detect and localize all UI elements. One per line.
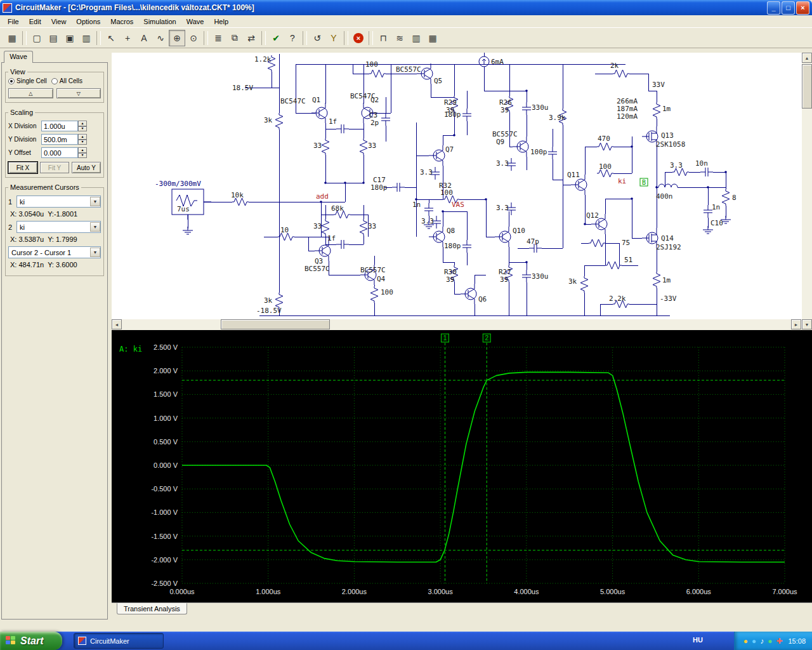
chevron-down-icon[interactable]: ▼: [90, 197, 100, 206]
schematic-canvas[interactable]: B1.2k6mA18.5V100BC557CQ5BC547CBC547CQ1Q2…: [112, 53, 801, 319]
menu-edit[interactable]: Edit: [24, 17, 46, 27]
scroll-down-button[interactable]: ▼: [802, 319, 812, 329]
scroll-left-button[interactable]: ◄: [112, 319, 122, 329]
new-file-icon[interactable]: ▢: [29, 30, 45, 46]
cursor2-signal-select[interactable]: ki ▼: [16, 221, 101, 233]
schematic-label: 330u: [532, 103, 549, 112]
tab-transient-analysis[interactable]: Transient Analysis: [117, 603, 187, 614]
y-division-spin-up[interactable]: ▴: [78, 134, 87, 140]
waveform-area[interactable]: 2.500 V2.000 V1.500 V1.000 V0.500 V0.000…: [112, 330, 812, 602]
x-division-input[interactable]: [41, 121, 78, 131]
scroll-right-button[interactable]: ►: [791, 319, 801, 329]
update-icon[interactable]: ●: [743, 637, 748, 645]
split-wave-icon[interactable]: ▥: [408, 30, 424, 46]
open-file-icon[interactable]: ▤: [45, 30, 62, 46]
cursor-diff-select[interactable]: Cursor 2 - Cursor 1 ▼: [8, 246, 101, 258]
vscroll-thumb[interactable]: [802, 64, 812, 109]
multi-page-icon[interactable]: ⧉: [226, 30, 243, 46]
cursor2-signal-value: ki: [20, 223, 25, 231]
schematic-label: VAS: [452, 201, 464, 209]
help-tool-icon[interactable]: ?: [284, 30, 301, 46]
schematic-labels: 1.2k6mA18.5V100BC557CQ5BC547CBC547CQ1Q2R…: [155, 55, 737, 315]
schematic-label: -300m/300mV: [155, 180, 201, 188]
menu-macros[interactable]: Macros: [105, 17, 138, 27]
menu-file[interactable]: File: [3, 17, 24, 27]
taskbar-task-circuitmaker[interactable]: CircuitMaker: [74, 633, 164, 649]
probe-tool-icon[interactable]: Y: [325, 30, 342, 46]
run-simulation-icon[interactable]: ✔: [268, 30, 284, 46]
network-icon[interactable]: ●: [752, 637, 756, 645]
volume-icon[interactable]: ♪: [760, 637, 764, 645]
toolbar-separator: [261, 31, 266, 45]
all-cells-radio[interactable]: [51, 78, 58, 84]
cursor1-signal-select[interactable]: ki ▼: [16, 196, 101, 208]
measurement-cursor-lines[interactable]: [182, 343, 785, 583]
schematic-label: 1n: [712, 203, 720, 211]
wave-panel: Wave View Single Cell All Cells △ ▽ Scal…: [1, 51, 108, 620]
junction-dot: [320, 201, 322, 203]
y-offset-spin-up[interactable]: ▴: [78, 147, 87, 153]
zoom-tool-icon[interactable]: ⊕: [169, 30, 185, 46]
select-tool-icon[interactable]: ↖: [103, 30, 119, 46]
swap-view-icon[interactable]: ⇄: [243, 30, 259, 46]
y-offset-input[interactable]: [41, 147, 78, 158]
menu-options[interactable]: Options: [71, 17, 105, 27]
hscroll-thumb[interactable]: [221, 319, 330, 329]
wave-grid-icon[interactable]: ▦: [424, 30, 441, 46]
maximize-button[interactable]: □: [782, 1, 795, 15]
component-symbol: [548, 147, 557, 159]
schematic-label: 100: [365, 60, 378, 69]
multimeter-icon[interactable]: ≋: [391, 30, 408, 46]
y-division-input[interactable]: [41, 134, 78, 145]
cell-down-button[interactable]: ▽: [56, 88, 102, 98]
component-symbol: [513, 136, 527, 157]
search-part-icon[interactable]: ≣: [210, 30, 226, 46]
schematic-board-icon[interactable]: ▦: [4, 30, 20, 46]
schematic-board-icon: ▦: [8, 33, 16, 43]
x-division-spin-down[interactable]: ▾: [78, 126, 87, 132]
single-cell-radio[interactable]: [8, 78, 15, 84]
menu-view[interactable]: View: [46, 17, 72, 27]
y-division-spin-down[interactable]: ▾: [78, 140, 87, 145]
antivirus-icon[interactable]: ✚: [776, 637, 782, 645]
waveform-plot: 2.500 V2.000 V1.500 V1.000 V0.500 V0.000…: [112, 330, 812, 602]
print-icon[interactable]: ▥: [78, 30, 95, 46]
tab-wave[interactable]: Wave: [4, 51, 33, 63]
chevron-down-icon[interactable]: ▼: [90, 222, 100, 232]
schematic-label: 330u: [532, 272, 549, 281]
schematic-hscrollbar[interactable]: ◄ ►: [112, 319, 801, 330]
clock[interactable]: 15:08: [788, 637, 806, 645]
menu-help[interactable]: Help: [209, 17, 233, 27]
minimize-button[interactable]: _: [767, 1, 780, 15]
start-button[interactable]: Start: [0, 632, 62, 650]
language-indicator[interactable]: HU: [693, 636, 703, 644]
stop-simulation-icon[interactable]: ×: [350, 30, 367, 46]
schematic-label: 33: [368, 142, 376, 150]
pan-tool-icon[interactable]: ⊙: [185, 30, 202, 46]
text-tool-icon[interactable]: A: [136, 30, 152, 46]
waveform-window-icon[interactable]: ⊓: [375, 30, 391, 46]
close-button[interactable]: ×: [796, 1, 809, 15]
fit-y-button[interactable]: Fit Y: [40, 162, 69, 173]
menu-simulation[interactable]: Simulation: [138, 17, 181, 27]
add-part-icon[interactable]: +: [119, 30, 136, 46]
schematic-label: 100p: [530, 148, 547, 156]
y-offset-spin-down[interactable]: ▾: [78, 153, 87, 159]
component-symbol: [653, 272, 660, 288]
schematic-vscrollbar[interactable]: ▲ ▼: [801, 53, 812, 329]
help-tool-icon: ?: [290, 33, 295, 43]
fit-x-button[interactable]: Fit X: [8, 162, 37, 173]
all-cells-label: All Cells: [60, 77, 82, 84]
x-division-spin-up[interactable]: ▴: [78, 121, 87, 126]
save-file-icon[interactable]: ▣: [62, 30, 78, 46]
auto-y-button[interactable]: Auto Y: [72, 162, 101, 173]
schematic-label: ki: [618, 177, 626, 185]
chevron-down-icon[interactable]: ▼: [90, 248, 100, 257]
wire-tool-icon[interactable]: ∿: [152, 30, 169, 46]
scroll-up-button[interactable]: ▲: [802, 53, 812, 63]
menu-wave[interactable]: Wave: [181, 17, 209, 27]
messenger-icon[interactable]: ●: [768, 637, 772, 645]
junction-dot: [324, 182, 327, 184]
undo-icon[interactable]: ↺: [309, 30, 325, 46]
cell-up-button[interactable]: △: [8, 88, 53, 98]
